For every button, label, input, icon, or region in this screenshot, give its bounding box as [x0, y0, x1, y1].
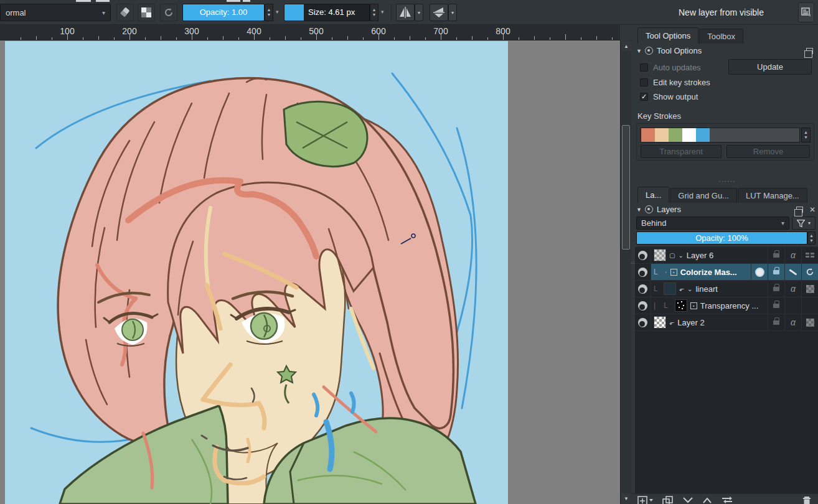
- new-layer-from-visible-label[interactable]: New layer from visible: [679, 7, 764, 17]
- alpha-lock-toggle[interactable]: α: [784, 314, 801, 330]
- layer-name[interactable]: Layer 6: [687, 251, 713, 260]
- blending-mode-dropdown[interactable]: ormal ▾: [0, 4, 111, 21]
- layer-properties-button[interactable]: [721, 496, 733, 504]
- spin-down-icon[interactable]: ▼: [809, 238, 814, 243]
- spin-up-icon[interactable]: ▲: [809, 233, 814, 238]
- lock-toggle[interactable]: [768, 297, 784, 314]
- alpha-lock-toggle[interactable]: α: [784, 247, 801, 263]
- chevron-expand-icon[interactable]: ⌄: [678, 252, 683, 259]
- collapse-arrow-icon[interactable]: ▼: [636, 207, 642, 213]
- layer-name[interactable]: Transparency ...: [700, 301, 758, 310]
- show-output-checkbox[interactable]: ✓: [640, 93, 648, 101]
- inherit-alpha-toggle[interactable]: [801, 314, 818, 330]
- spin-up-icon[interactable]: ▲: [372, 7, 377, 12]
- key-stroke-swatch[interactable]: [655, 128, 669, 142]
- layer-opacity-spinner[interactable]: ▲ ▼: [807, 231, 816, 245]
- alpha-lock-toggle[interactable]: α: [784, 281, 801, 297]
- key-stroke-swatch[interactable]: [641, 128, 655, 142]
- tab-layers[interactable]: La...: [637, 187, 669, 203]
- spin-down-icon[interactable]: ▼: [372, 12, 377, 17]
- inherit-alpha-toggle[interactable]: [801, 247, 818, 263]
- opacity-spinner[interactable]: ▲ ▼: [265, 4, 273, 21]
- transparent-button[interactable]: Transparent: [641, 145, 722, 158]
- mirror-horizontal-options[interactable]: ▾: [415, 4, 423, 21]
- layer-name[interactable]: Layer 2: [677, 318, 704, 327]
- tab-toolbox[interactable]: Toolbox: [699, 29, 743, 44]
- key-strokes-swatchbar[interactable]: [641, 128, 800, 142]
- preserve-alpha-button[interactable]: [138, 4, 155, 21]
- inherit-alpha-toggle[interactable]: [801, 281, 818, 297]
- key-strokes-spinner[interactable]: ▲ ▼: [801, 128, 811, 142]
- key-stroke-swatch[interactable]: [696, 128, 710, 142]
- lock-toggle[interactable]: [768, 264, 784, 280]
- canvas-area[interactable]: [0, 40, 620, 504]
- visibility-toggle[interactable]: [635, 314, 651, 330]
- lock-toggle[interactable]: [768, 281, 784, 297]
- remove-button[interactable]: Remove: [726, 145, 810, 158]
- spin-up-icon[interactable]: ▲: [804, 130, 808, 135]
- vertical-scrollbar[interactable]: ▲ ▼: [620, 40, 631, 504]
- size-options-chevron[interactable]: ▾: [381, 9, 384, 15]
- scrollbar-up-button[interactable]: ▲: [621, 41, 631, 51]
- layer-name[interactable]: lineart: [695, 284, 717, 294]
- mirror-vertical-options[interactable]: ▾: [448, 4, 457, 21]
- tab-tool-options[interactable]: Tool Options: [637, 27, 698, 44]
- tab-lut-management[interactable]: LUT Manage...: [738, 188, 807, 203]
- layer-row-transparency-mask[interactable]: | L ▪ Transparency ...: [635, 297, 818, 314]
- ruler-label: 800: [496, 26, 510, 36]
- layer-opacity-slider[interactable]: Opacity: 100%: [636, 231, 807, 245]
- eraser-mode-button[interactable]: [116, 4, 134, 21]
- spin-down-icon[interactable]: ▼: [804, 135, 808, 140]
- key-stroke-swatch[interactable]: [669, 128, 682, 142]
- mirror-vertical-button[interactable]: [430, 4, 448, 21]
- layer-blend-mode-dropdown[interactable]: Behind ▾: [636, 217, 789, 230]
- move-layer-up-button[interactable]: [702, 496, 712, 504]
- brush-size-slider[interactable]: Size: 4.61 px: [284, 4, 370, 21]
- layer-name[interactable]: Colorize Mas...: [680, 268, 737, 277]
- lock-icon: [773, 320, 779, 325]
- lock-toggle[interactable]: [768, 314, 784, 330]
- visibility-toggle[interactable]: [635, 281, 651, 297]
- edit-key-strokes-checkbox[interactable]: [640, 78, 648, 86]
- move-layer-down-button[interactable]: [682, 496, 693, 504]
- reload-preset-button[interactable]: [160, 4, 177, 21]
- scrollbar-down-button[interactable]: ▼: [621, 493, 631, 503]
- close-docker-icon[interactable]: ✕: [809, 205, 816, 214]
- cutoff-ui-fragment: [96, 0, 110, 2]
- visibility-toggle[interactable]: [635, 297, 651, 314]
- layer-row-layer6[interactable]: ▢ ⌄ Layer 6 α: [635, 247, 818, 264]
- add-layer-button[interactable]: [637, 496, 654, 504]
- spin-up-icon[interactable]: ▲: [267, 7, 271, 12]
- visibility-toggle[interactable]: [635, 247, 651, 263]
- colorize-update-button[interactable]: [801, 264, 818, 280]
- layer-filter-button[interactable]: ▾: [792, 217, 816, 230]
- lock-toggle[interactable]: [768, 247, 784, 263]
- layer-row-colorize-mask[interactable]: L · ▪ Colorize Mas...: [635, 264, 818, 281]
- chevron-expand-icon[interactable]: ⌄: [687, 286, 692, 292]
- visibility-toggle[interactable]: [635, 264, 651, 280]
- artwork-canvas[interactable]: [5, 41, 508, 504]
- colorize-show-coloring-toggle[interactable]: [751, 264, 768, 280]
- float-docker-icon[interactable]: [796, 207, 803, 213]
- auto-updates-checkbox[interactable]: [640, 63, 648, 72]
- spin-down-icon[interactable]: ▼: [267, 12, 271, 17]
- update-button[interactable]: Update: [728, 59, 812, 75]
- layer-row-lineart[interactable]: L ⬐ ⌄ lineart α: [635, 281, 818, 297]
- docker-splitter-handle[interactable]: ······: [718, 177, 736, 185]
- layers-docker-header[interactable]: ▼ Layers ✕: [636, 205, 816, 214]
- delete-layer-button[interactable]: [802, 496, 812, 504]
- collapse-arrow-icon[interactable]: ▼: [636, 48, 642, 54]
- tab-grid-and-guides[interactable]: Grid and Gu...: [670, 188, 737, 203]
- layer-row-layer2[interactable]: ⬐ Layer 2 α: [635, 314, 818, 331]
- scrollbar-thumb[interactable]: [622, 125, 630, 250]
- key-stroke-swatch[interactable]: [682, 128, 696, 142]
- duplicate-layer-button[interactable]: [662, 496, 674, 504]
- opacity-options-chevron[interactable]: ▾: [276, 9, 279, 15]
- mirror-horizontal-button[interactable]: [396, 4, 415, 21]
- float-docker-icon[interactable]: [806, 48, 813, 54]
- toolbar-menu-button[interactable]: [798, 2, 814, 22]
- tool-options-docker-header[interactable]: ▼ Tool Options: [636, 46, 813, 55]
- opacity-slider[interactable]: Opacity: 1.00: [182, 4, 265, 21]
- size-spinner[interactable]: ▲ ▼: [370, 4, 378, 21]
- colorize-edit-toggle[interactable]: [784, 264, 801, 280]
